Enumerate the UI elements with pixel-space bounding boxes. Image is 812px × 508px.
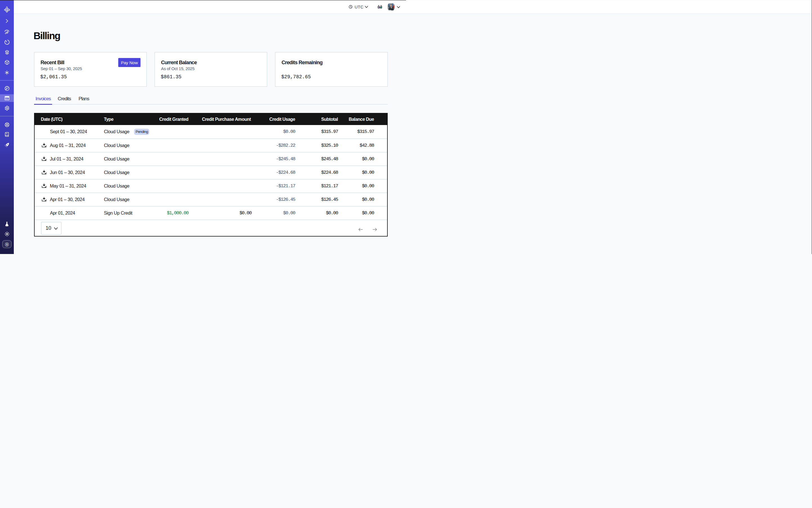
svg-text:$: $ (6, 243, 8, 246)
